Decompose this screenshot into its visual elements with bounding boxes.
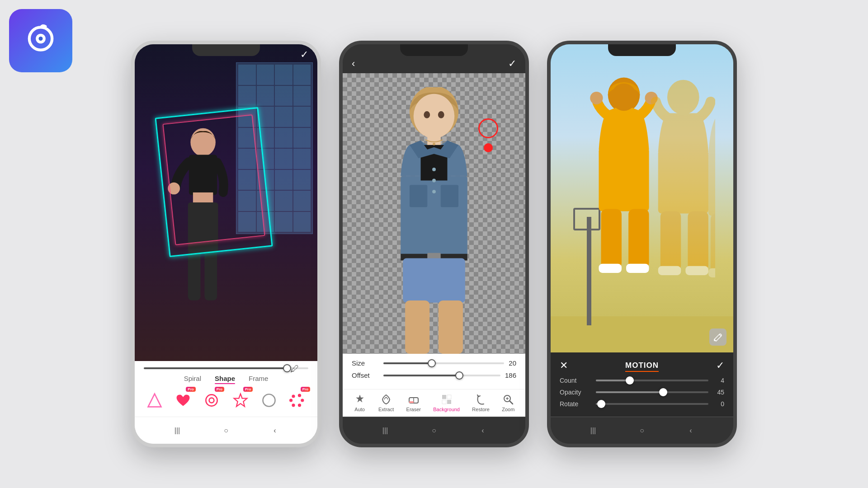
- toolbar-auto[interactable]: Auto: [354, 393, 366, 412]
- phone2-person: [370, 87, 498, 354]
- offset-value: 186: [505, 371, 516, 379]
- svg-point-12: [209, 398, 214, 403]
- svg-rect-61: [688, 211, 708, 270]
- opacity-value: 45: [713, 389, 724, 396]
- svg-rect-27: [403, 258, 465, 303]
- toolbar-extract[interactable]: Extract: [378, 393, 394, 412]
- opacity-label: Opacity: [560, 389, 591, 396]
- count-slider[interactable]: [596, 380, 708, 381]
- phone1-slider-track[interactable]: 🖊: [144, 367, 308, 369]
- phone3-home-icon[interactable]: |||: [588, 425, 599, 436]
- svg-point-14: [263, 394, 275, 407]
- svg-point-20: [289, 399, 292, 402]
- motion-close-button[interactable]: ✕: [560, 360, 568, 371]
- phone1-checkmark[interactable]: ✓: [300, 49, 308, 61]
- phone2-home-icon[interactable]: |||: [380, 425, 391, 436]
- count-row: Count 4: [560, 377, 724, 384]
- phone2-back-icon[interactable]: ‹: [477, 425, 488, 436]
- svg-point-15: [292, 394, 295, 398]
- shape-dots[interactable]: Pro: [287, 389, 308, 412]
- svg-rect-50: [599, 147, 649, 211]
- phone3-back-icon[interactable]: ‹: [685, 425, 696, 436]
- tab-shape[interactable]: Shape: [215, 375, 235, 382]
- phone2-toolbar: Auto Extract Eraser: [343, 389, 525, 417]
- phone3-bottom-bar: ||| ○ ‹: [551, 417, 733, 444]
- tab-frame[interactable]: Frame: [249, 375, 268, 382]
- size-control-row: Size 20: [352, 359, 516, 367]
- offset-control-row: Offset 186: [352, 371, 516, 379]
- size-slider[interactable]: [383, 362, 504, 364]
- phone3-circle-icon[interactable]: ○: [637, 425, 647, 436]
- phone3-image: [551, 44, 733, 352]
- rotate-slider[interactable]: [596, 403, 708, 405]
- phone1-notch: [192, 44, 260, 56]
- phone2-image: [343, 73, 525, 354]
- motion-title: MOTION: [625, 361, 659, 370]
- shape-triangle[interactable]: [144, 389, 165, 412]
- svg-rect-44: [447, 400, 451, 404]
- svg-point-37: [424, 111, 430, 118]
- phone1-image: ✓: [135, 44, 317, 361]
- toolbar-eraser[interactable]: Eraser: [406, 393, 421, 412]
- count-label: Count: [560, 377, 591, 384]
- shape-heart[interactable]: Pro: [172, 389, 193, 412]
- toolbar-auto-label: Auto: [354, 407, 365, 412]
- toolbar-zoom[interactable]: Zoom: [502, 393, 514, 412]
- phone1-circle-icon[interactable]: ○: [221, 425, 231, 436]
- svg-rect-59: [658, 150, 708, 213]
- svg-marker-13: [234, 394, 247, 407]
- tab-spiral[interactable]: Spiral: [184, 375, 201, 382]
- svg-point-18: [298, 404, 301, 407]
- app-icon[interactable]: [9, 9, 72, 72]
- shape-ring[interactable]: [258, 389, 279, 412]
- phone1: ✓ 🖊 Spiral Shape Frame: [131, 41, 321, 447]
- phone3-edit-button[interactable]: [709, 328, 726, 346]
- toolbar-zoom-label: Zoom: [502, 407, 514, 412]
- svg-rect-57: [626, 264, 649, 273]
- toolbar-eraser-label: Eraser: [406, 407, 421, 412]
- motion-check-button[interactable]: ✓: [716, 360, 724, 371]
- phone2-bottom-bar: ||| ○ ‹: [343, 417, 525, 444]
- phone3: ✕ MOTION ✓ Count 4 Opacity: [547, 41, 737, 447]
- rotate-row: Rotate 0: [560, 400, 724, 408]
- toolbar-background[interactable]: Background: [433, 393, 460, 412]
- svg-point-2: [39, 37, 43, 41]
- phone1-bottom-bar: ||| ○ ‹: [135, 417, 317, 444]
- svg-rect-66: [710, 213, 715, 272]
- offset-slider[interactable]: [383, 375, 500, 376]
- shape-star[interactable]: Pro: [230, 389, 251, 412]
- svg-point-34: [432, 190, 436, 193]
- svg-rect-28: [405, 300, 429, 354]
- phone2-back-button[interactable]: ‹: [352, 58, 355, 70]
- phone2-sliders: Size 20 Offset 186: [343, 354, 525, 389]
- svg-point-33: [432, 179, 436, 183]
- phone2-notch: [400, 44, 468, 56]
- svg-point-16: [298, 394, 301, 397]
- phone2: ‹ ✓: [339, 41, 529, 447]
- size-value: 20: [509, 359, 516, 367]
- svg-marker-10: [148, 394, 161, 407]
- toolbar-restore[interactable]: Restore: [472, 393, 490, 412]
- svg-point-32: [432, 168, 436, 171]
- phone2-check-button[interactable]: ✓: [508, 58, 516, 70]
- opacity-row: Opacity 45: [560, 389, 724, 396]
- rotate-value: 0: [713, 400, 724, 408]
- svg-point-31: [433, 143, 435, 145]
- svg-rect-68: [708, 268, 715, 277]
- shape-circle-outline[interactable]: Pro: [201, 389, 222, 412]
- svg-point-19: [292, 404, 295, 407]
- svg-rect-56: [599, 264, 622, 273]
- svg-point-22: [414, 94, 454, 138]
- svg-rect-36: [441, 185, 458, 207]
- phone2-circle-icon[interactable]: ○: [429, 425, 439, 436]
- opacity-slider[interactable]: [596, 391, 708, 393]
- svg-rect-52: [628, 209, 649, 268]
- main-container: ✓ 🖊 Spiral Shape Frame: [0, 0, 868, 488]
- neon-rect-inner: [162, 114, 265, 245]
- eraser-icon[interactable]: 🖊: [290, 364, 299, 374]
- phone1-controls: 🖊 Spiral Shape Frame Pro: [135, 361, 317, 417]
- phone2-screen: Size 20 Offset 186: [343, 73, 525, 417]
- phone1-back-icon[interactable]: ‹: [269, 425, 280, 436]
- phone1-home-icon[interactable]: |||: [172, 425, 183, 436]
- toolbar-restore-label: Restore: [472, 407, 490, 412]
